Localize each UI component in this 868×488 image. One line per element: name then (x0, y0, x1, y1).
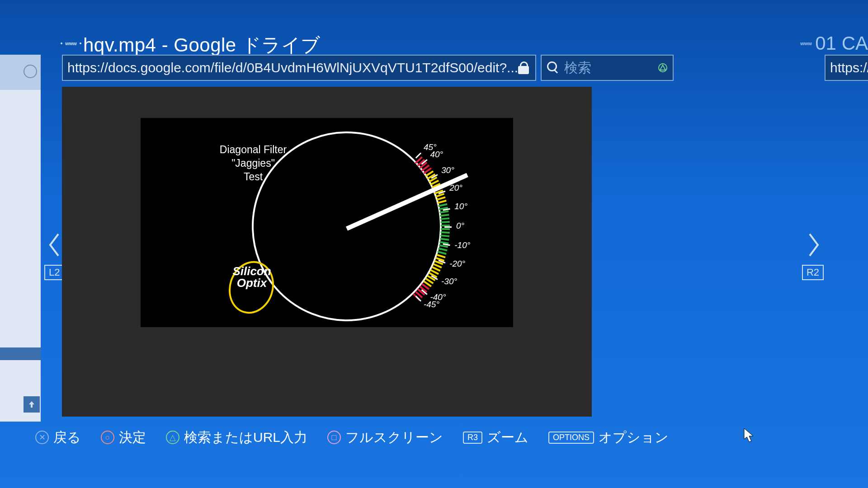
button-legend: ✕戻る ○決定 △検索またはURL入力 □フルスクリーン R3ズーム OPTIO… (0, 424, 868, 451)
video-frame: Diagonal Filter "Jaggies" Test 45°40°30°… (141, 118, 513, 327)
prev-tab-peek-body[interactable] (0, 90, 41, 422)
search-placeholder: 検索 (564, 59, 591, 77)
tab-strip: www hqv.mp4 - Google ドライブ www 01 CA (0, 26, 868, 56)
next-tab-arrow[interactable] (806, 232, 821, 258)
upload-icon[interactable] (24, 396, 40, 413)
search-bar[interactable]: 検索 (541, 55, 674, 81)
tab-title: hqv.mp4 - Google ドライブ (83, 33, 321, 58)
prev-tab-arrow[interactable] (47, 232, 62, 258)
search-icon (547, 61, 560, 74)
mouse-cursor-icon (743, 427, 755, 443)
legend-fullscreen: □フルスクリーン (327, 428, 443, 447)
url-bar[interactable]: https://docs.google.com/file/d/0B4UvdmH6… (62, 55, 536, 81)
legend-options: OPTIONSオプション (548, 428, 669, 447)
options-button-icon: OPTIONS (548, 432, 594, 444)
legend-back: ✕戻る (35, 428, 81, 447)
nav-row: https://docs.google.com/file/d/0B4UvdmH6… (62, 55, 806, 81)
legend-zoom: R3ズーム (463, 428, 528, 447)
legend-search-url: △検索またはURL入力 (166, 428, 307, 447)
lock-icon (518, 61, 529, 74)
r3-button-icon: R3 (463, 432, 482, 444)
gauge-tick-label: -10° (454, 240, 470, 250)
gauge-tick-label: -45° (424, 300, 439, 310)
prev-tab-peek-header[interactable] (0, 55, 41, 90)
cross-button-icon: ✕ (35, 431, 49, 444)
triangle-button-icon: △ (166, 431, 179, 444)
gauge-tick-label: 10° (454, 202, 467, 211)
ps-logo-icon (24, 65, 37, 78)
gauge-tick-label: 40° (430, 150, 443, 160)
silicon-optix-logo: SiliconOptix (220, 265, 283, 289)
gauge-tick-label: -30° (441, 277, 457, 286)
legend-confirm: ○決定 (101, 428, 146, 447)
page-viewer[interactable]: Diagonal Filter "Jaggies" Test 45°40°30°… (62, 87, 592, 417)
l2-label: L2 (44, 265, 64, 280)
www-icon-right: www (798, 38, 814, 49)
gauge-tick-label: 20° (449, 183, 462, 193)
square-button-icon: □ (327, 431, 341, 444)
next-tab-url-peek[interactable]: https://c (825, 55, 868, 81)
www-icon: www (63, 38, 79, 49)
gauge-tick-label: -20° (449, 259, 465, 269)
triangle-icon (658, 63, 667, 72)
circle-button-icon: ○ (101, 431, 114, 444)
gauge-tick-label: 0° (456, 221, 464, 231)
tab-title-right-peek: 01 CA (815, 33, 868, 54)
url-text: https://docs.google.com/file/d/0B4UvdmH6… (67, 60, 518, 75)
gauge-tick-label: 30° (441, 165, 454, 175)
gauge (252, 131, 442, 321)
r2-label: R2 (802, 265, 824, 280)
